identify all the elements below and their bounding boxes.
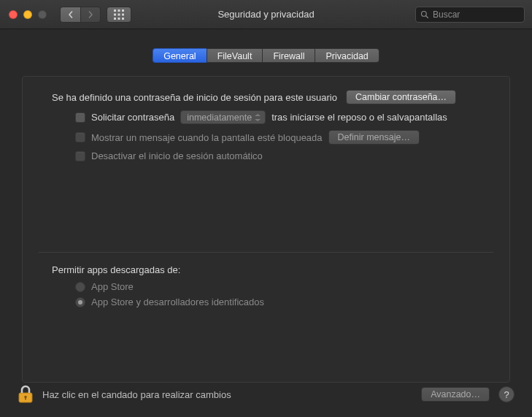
general-group: Se ha definido una contraseña de inicio … xyxy=(22,76,510,383)
search-icon xyxy=(420,10,429,19)
close-window-button[interactable] xyxy=(9,10,18,19)
svg-rect-0 xyxy=(114,9,116,12)
disable-autologin-label: Desactivar el inicio de sesión automátic… xyxy=(91,150,263,161)
tab-general[interactable]: General xyxy=(153,48,206,63)
allow-apps-appstore-radio xyxy=(75,282,85,292)
svg-rect-5 xyxy=(122,13,124,15)
allow-apps-appstore-label: App Store xyxy=(91,281,134,292)
chevron-left-icon xyxy=(67,11,74,18)
minimize-window-button[interactable] xyxy=(23,10,32,19)
svg-rect-4 xyxy=(118,13,120,15)
svg-rect-2 xyxy=(122,9,124,12)
lock-hint-label: Haz clic en el candado para realizar cam… xyxy=(42,389,231,400)
require-password-row: Solicitar contraseña inmediatamente tras… xyxy=(23,107,509,127)
require-password-delay-select: inmediatamente xyxy=(180,110,266,124)
allow-apps-identified-radio xyxy=(75,297,85,307)
allow-apps-appstore-row: App Store xyxy=(23,281,509,292)
show-message-row: Mostrar un mensaje cuando la pantalla es… xyxy=(23,127,509,148)
titlebar: Seguridad y privacidad xyxy=(0,0,532,29)
tab-filevault[interactable]: FileVault xyxy=(207,48,263,63)
tab-firewall[interactable]: Firewall xyxy=(262,48,315,63)
show-lock-message-checkbox xyxy=(75,132,85,142)
disable-autologin-checkbox xyxy=(75,151,85,161)
svg-rect-8 xyxy=(122,18,124,20)
allow-apps-identified-row: App Store y desarrolladores identificado… xyxy=(23,297,509,307)
require-password-checkbox[interactable] xyxy=(75,112,85,123)
prefs-panel: General FileVault Firewall Privacidad Se… xyxy=(0,29,532,417)
search-field[interactable] xyxy=(415,7,525,23)
forward-button xyxy=(80,7,101,23)
allow-apps-identified-label: App Store y desarrolladores identificado… xyxy=(91,297,264,307)
svg-rect-6 xyxy=(114,18,116,20)
back-button[interactable] xyxy=(60,7,80,23)
chevron-right-icon xyxy=(87,11,94,18)
disable-autologin-row: Desactivar el inicio de sesión automátic… xyxy=(23,148,509,164)
password-defined-row: Se ha definido una contraseña de inicio … xyxy=(23,77,509,107)
footer: Haz clic en el candado para realizar cam… xyxy=(0,385,532,404)
divider xyxy=(39,252,493,253)
grid-icon xyxy=(114,9,124,20)
svg-line-10 xyxy=(426,15,428,18)
svg-rect-13 xyxy=(25,397,26,400)
require-password-label: Solicitar contraseña xyxy=(91,112,174,123)
password-defined-label: Se ha definido una contraseña de inicio … xyxy=(52,92,337,103)
nav-back-forward xyxy=(60,7,101,23)
require-password-suffix: tras iniciarse el reposo o el salvapanta… xyxy=(271,112,447,123)
help-button[interactable]: ? xyxy=(498,386,514,402)
show-all-prefs-button[interactable] xyxy=(107,7,131,23)
set-lock-message-button: Definir mensaje… xyxy=(328,130,420,145)
show-lock-message-label: Mostrar un mensaje cuando la pantalla es… xyxy=(91,132,323,143)
window-controls xyxy=(9,10,47,19)
lock-icon[interactable] xyxy=(18,385,34,404)
svg-rect-1 xyxy=(118,9,120,12)
change-password-button[interactable]: Cambiar contraseña… xyxy=(346,90,456,104)
svg-rect-7 xyxy=(118,18,120,20)
advanced-button[interactable]: Avanzado… xyxy=(421,387,490,402)
zoom-window-button xyxy=(38,10,47,19)
tab-privacy[interactable]: Privacidad xyxy=(315,48,379,63)
search-input[interactable] xyxy=(433,9,532,20)
tab-bar: General FileVault Firewall Privacidad xyxy=(0,48,532,63)
svg-rect-3 xyxy=(114,13,116,15)
allow-apps-title: Permitir apps descargadas de: xyxy=(23,264,509,275)
